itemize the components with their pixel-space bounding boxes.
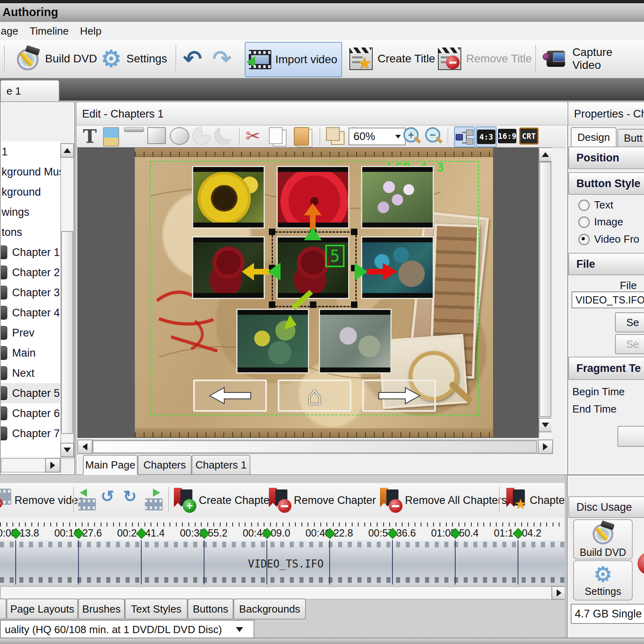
gallery-tab-buttons[interactable]: Buttons	[188, 599, 233, 619]
list-item-chapter-6[interactable]: Chapter 6	[1, 403, 60, 423]
tab-button[interactable]: Butt	[617, 129, 644, 147]
aspect-16-9-button[interactable]: 16:9	[497, 126, 517, 146]
fragment-button[interactable]	[617, 426, 644, 447]
disc-build-dvd-button[interactable]: Build DVD	[573, 519, 633, 559]
select-file-button[interactable]: Se	[615, 312, 644, 332]
tab-chapters-1[interactable]: Chapters 1	[192, 455, 250, 475]
move-clip-right-button[interactable]	[145, 489, 163, 510]
list-item-chapter-7[interactable]: Chapter 7	[1, 423, 60, 444]
scroll-down-button[interactable]	[539, 418, 551, 432]
section-position[interactable]: Position	[568, 147, 644, 169]
radio-text[interactable]	[578, 200, 590, 211]
gallery-tab-brushes[interactable]: Brushes	[78, 599, 125, 619]
tab-chapters[interactable]: Chapters	[138, 455, 192, 475]
scroll-right-button[interactable]	[45, 458, 60, 473]
crt-preview-button[interactable]: CRT	[519, 126, 539, 146]
chapters-setup-button[interactable]: ★	[506, 488, 529, 512]
remove-title-button[interactable]: Remove Title	[438, 43, 532, 75]
menu-timeline[interactable]: Timeline	[24, 24, 74, 38]
rectangle-tool-button[interactable]	[147, 127, 166, 144]
menu-button-thumb-hibiscus[interactable]	[278, 167, 348, 227]
scroll-up-button[interactable]	[60, 143, 74, 158]
rotate-clip-right-button[interactable]: ↻	[123, 487, 142, 510]
menu-button-thumb-foxglove[interactable]	[362, 167, 433, 227]
menu-nav-home-button[interactable]: ⌂	[278, 380, 351, 412]
menu-nav-next-button[interactable]	[362, 380, 436, 412]
settings-button[interactable]: ⚙ Settings	[101, 43, 167, 75]
selection-box[interactable]	[272, 231, 357, 307]
list-item[interactable]: tons	[1, 222, 60, 242]
gallery-tab-partial[interactable]	[0, 599, 6, 619]
ellipse-tool-button[interactable]	[170, 127, 189, 145]
disc-settings-button[interactable]: ⚙ Settings	[573, 560, 633, 601]
line-tool-button[interactable]	[124, 127, 144, 132]
cut-button[interactable]: ✂	[246, 127, 260, 145]
list-item-chapter-4[interactable]: Chapter 4	[1, 303, 60, 323]
menu-button-thumb-coral-3[interactable]	[320, 310, 390, 372]
order-button[interactable]	[326, 127, 340, 141]
selection-handle[interactable]	[310, 301, 316, 308]
list-item[interactable]: kground	[1, 182, 60, 202]
gallery-tab-backgrounds[interactable]: Backgrounds	[233, 599, 306, 619]
selection-handle[interactable]	[351, 301, 357, 308]
list-item-chapter-2[interactable]: Chapter 2	[1, 262, 60, 283]
project-tab[interactable]: e 1	[0, 80, 60, 101]
selection-handle[interactable]	[351, 229, 357, 235]
redo-button[interactable]: ↷	[213, 43, 231, 75]
list-item[interactable]: 1	[1, 142, 60, 162]
list-item-main[interactable]: Main	[1, 343, 60, 363]
import-video-button[interactable]: Import video	[245, 42, 342, 77]
remove-chapter-button[interactable]	[269, 488, 291, 512]
gallery-tab-text-styles[interactable]: Text Styles	[125, 599, 188, 619]
zoom-combo[interactable]: 60%	[349, 128, 406, 145]
selection-handle[interactable]	[269, 301, 275, 308]
selection-handle[interactable]	[269, 265, 275, 271]
scroll-right-button[interactable]	[538, 440, 553, 454]
gallery-tab-page-layouts[interactable]: Page Layouts	[6, 599, 78, 619]
menu-button-thumb-ginger[interactable]	[193, 237, 264, 298]
list-item[interactable]: kground Music	[1, 162, 60, 182]
scroll-right-button[interactable]	[551, 586, 566, 600]
timeline-hscroll[interactable]	[0, 586, 553, 600]
aspect-4-3-button[interactable]: 4:3	[476, 126, 497, 147]
canvas-hscroll-thumb[interactable]	[93, 440, 537, 453]
scroll-down-button[interactable]	[60, 443, 74, 457]
zoom-out-button[interactable]: −	[425, 127, 443, 145]
title-bar[interactable]: Authoring	[0, 3, 644, 22]
paste-button[interactable]	[294, 127, 309, 146]
create-title-button[interactable]: ★ Create Title	[349, 43, 435, 75]
sidebar-vscroll-thumb[interactable]	[61, 231, 73, 434]
menu-canvas[interactable]: LCD 4:3 ⌂	[135, 148, 493, 438]
menu-nav-prev-button[interactable]	[193, 380, 267, 412]
section-fragment-time[interactable]: Fragment Te	[568, 357, 644, 380]
build-dvd-button[interactable]: Build DVD	[15, 43, 97, 75]
text-tool-button[interactable]: T	[83, 127, 97, 146]
selection-handle[interactable]	[269, 229, 275, 235]
remove-all-chapters-button[interactable]	[380, 488, 402, 512]
rotate-clip-left-button[interactable]: ↺	[101, 487, 119, 510]
menu-button-thumb-coral-2[interactable]	[237, 310, 308, 372]
undo-button[interactable]: ↶	[183, 43, 202, 75]
list-item-chapter-5[interactable]: Chapter 5	[1, 383, 60, 403]
move-clip-left-button[interactable]	[78, 489, 97, 510]
capture-video-button[interactable]: Capture Video	[543, 43, 644, 75]
image-tool-button[interactable]	[103, 127, 119, 147]
quality-select[interactable]: uality (HQ 60/108 min. at 1 DVD/DL DVD D…	[0, 620, 254, 639]
canvas-vscroll-thumb[interactable]	[539, 162, 551, 417]
list-item-chapter-1[interactable]: Chapter 1	[1, 242, 60, 262]
timeline-track[interactable]: VIDEO_TS.IFO	[0, 540, 565, 584]
menu-button-thumb-sunflower[interactable]	[193, 167, 264, 227]
radio-image[interactable]	[578, 217, 590, 228]
file-path-input[interactable]	[572, 291, 644, 308]
scroll-left-button[interactable]	[77, 440, 93, 454]
list-item-next[interactable]: Next	[1, 363, 60, 383]
copy-button[interactable]	[269, 127, 283, 144]
radio-video-frame[interactable]	[578, 234, 590, 245]
set-file-button[interactable]: Se	[615, 334, 644, 354]
menu-page[interactable]: age	[0, 24, 24, 38]
timeline-ruler[interactable]	[0, 518, 568, 526]
zoom-in-button[interactable]: +	[403, 127, 421, 145]
list-item-chapter-3[interactable]: Chapter 3	[1, 283, 60, 303]
section-file[interactable]: File	[568, 253, 644, 275]
tab-main-page[interactable]: Main Page	[83, 455, 138, 475]
